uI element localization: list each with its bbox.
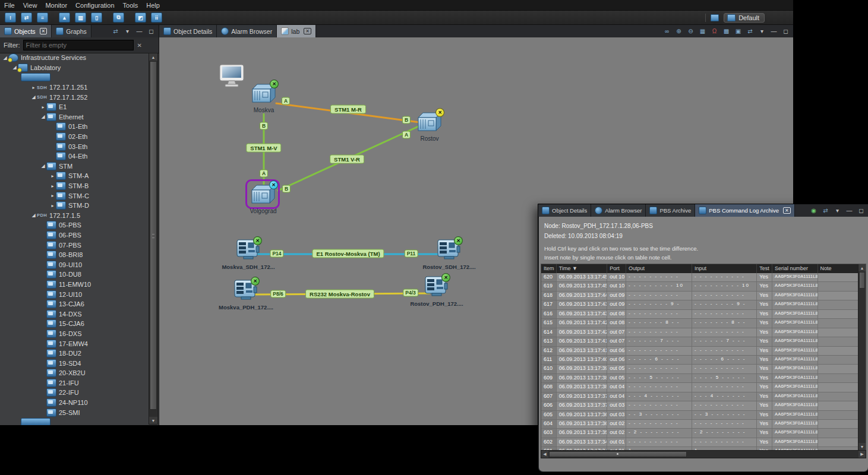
pbs-tab-pbs-archive[interactable]: PBS Archive	[646, 204, 695, 217]
scroll-up-icon[interactable]: ▲	[149, 53, 157, 61]
topology-node-moskva[interactable]: ✕Moskva	[250, 83, 278, 113]
objects-tab-graphs[interactable]: Graphs	[52, 25, 91, 37]
link-label-stm1-m-v[interactable]: STM1 M-V	[246, 144, 281, 153]
table-horizontal-scrollbar[interactable]: ◀ ▶	[541, 450, 866, 458]
h-scrollbar-thumb[interactable]	[549, 451, 687, 457]
close-icon[interactable]: ✕	[304, 28, 311, 34]
cell-note[interactable]	[818, 347, 858, 355]
cell-note[interactable]	[818, 392, 858, 401]
objects-tab-objects[interactable]: Objects✕	[0, 25, 52, 37]
expander-icon[interactable]: ◢	[30, 213, 37, 218]
refresh-icon[interactable]: ⇄	[822, 207, 829, 214]
dropdown-caret-icon[interactable]: ▾	[758, 27, 766, 35]
cell-note[interactable]	[818, 383, 858, 391]
column-header-note[interactable]: Note	[818, 264, 858, 273]
minimize-icon[interactable]: —	[135, 27, 143, 35]
tree-item-18-du2[interactable]: 18-DU2	[0, 349, 149, 359]
tree-item-10-du8[interactable]: 10-DU8	[0, 270, 149, 280]
cell-note[interactable]	[818, 282, 858, 290]
grid-icon[interactable]: ▩	[722, 27, 730, 35]
tree-item-e1[interactable]: ▸E1	[0, 102, 149, 112]
cell-note[interactable]	[818, 374, 858, 382]
cell-note[interactable]	[818, 420, 858, 428]
tree-item-08-bri8[interactable]: 08-BRI8	[0, 250, 149, 260]
column-header-input[interactable]: Input	[692, 264, 757, 273]
menu-item-tools[interactable]: Tools	[119, 0, 143, 10]
document-icon[interactable]: ▯	[91, 12, 102, 23]
tree-item-02-eth[interactable]: 02-Eth	[0, 132, 149, 142]
cell-note[interactable]	[818, 273, 858, 281]
topology-node-moskva_sdh[interactable]: ✕Moskva_SDH_172...	[234, 239, 263, 270]
table-row[interactable]: 61006.09.2013 13:17:39:799out 05- - - - …	[541, 365, 858, 373]
cell-note[interactable]	[818, 365, 858, 373]
column-header-test[interactable]: Test	[757, 264, 772, 273]
table-row[interactable]: 61906.09.2013 13:17:45:171out 10- - - - …	[541, 282, 858, 291]
table-row[interactable]: 60706.09.2013 13:17:37:751out 04- - - 4 …	[541, 392, 858, 401]
tree-item-19-sd4[interactable]: 19-SD4	[0, 358, 149, 368]
tree-item-01-eth[interactable]: 01-Eth	[0, 122, 149, 132]
tree-item-09-ui10[interactable]: 09-UI10	[0, 259, 149, 270]
menu-item-monitor[interactable]: Monitor	[41, 0, 71, 10]
link-label-e1-rostov-moskva-tm[interactable]: E1 Rostov-Moskva (TM)	[312, 249, 384, 258]
table-vertical-scrollbar[interactable]: ▲ ▼	[858, 264, 866, 450]
tree-scrollbar-thumb[interactable]	[150, 61, 157, 410]
table-row[interactable]: 60506.09.2013 13:17:36:521out 03- - 3 - …	[541, 411, 858, 420]
table-row[interactable]: 62006.09.2013 13:17:45:880out 10- - - - …	[541, 273, 858, 282]
table-row[interactable]: 61506.09.2013 13:17:42:692out 08- - - - …	[541, 319, 858, 328]
cell-note[interactable]	[818, 438, 858, 446]
table-row[interactable]: 60406.09.2013 13:17:36:096out 02- - - - …	[541, 420, 858, 429]
tree-item-21-ifu[interactable]: 21-IFU	[0, 378, 149, 388]
table-row[interactable]: 61806.09.2013 13:17:44:744out 09- - - - …	[541, 292, 858, 300]
users-icon[interactable]: ii	[151, 12, 162, 23]
menu-item-view[interactable]: View	[19, 0, 42, 10]
cell-note[interactable]	[818, 328, 858, 337]
cell-note[interactable]	[818, 411, 858, 419]
close-icon[interactable]: ✕	[40, 28, 48, 34]
table-row[interactable]: 61406.09.2013 13:17:42:271out 07- - - - …	[541, 328, 858, 337]
link-label-rs232-moskva-rostov[interactable]: RS232 Moskva-Rostov	[305, 290, 374, 299]
tree-item-stm-d[interactable]: ▸STM-D	[0, 201, 149, 211]
main-tab-alarm-browser[interactable]: Alarm Browser	[217, 25, 277, 37]
dropdown-caret-icon[interactable]: ▾	[834, 207, 841, 214]
maximize-icon[interactable]: ◻	[147, 27, 155, 35]
tree-item-20-xb2u[interactable]: 20-XB2U	[0, 368, 149, 378]
new-perspective-icon[interactable]	[711, 14, 719, 21]
topology-node-rostov_pdh[interactable]: ✕Rostov_PDH_172....	[422, 276, 451, 307]
topology-node-volgograd[interactable]: ✕Volgograd	[249, 183, 277, 214]
refresh-icon[interactable]: ⇄	[112, 27, 119, 35]
expander-icon[interactable]: ▸	[49, 173, 56, 179]
tree-item-11-emw10[interactable]: 11-EMW10	[0, 280, 149, 290]
tree-item-14-dxs[interactable]: 14-DXS	[0, 309, 149, 319]
save-icon[interactable]: ▣	[734, 27, 742, 35]
tree-item-15-cja6[interactable]: 15-CJA6	[0, 319, 149, 329]
column-header-port[interactable]: Port	[607, 264, 626, 273]
table-row[interactable]: 61206.09.2013 13:17:41:039out 06- - - - …	[541, 347, 858, 356]
tree-item-172-17-1-5[interactable]: ◢PDH172.17.1.5	[0, 211, 149, 221]
table-row[interactable]: 60806.09.2013 13:17:38:564out 04- - - - …	[541, 383, 858, 392]
link-icon[interactable]: ∞	[663, 27, 671, 35]
cell-note[interactable]	[818, 319, 858, 327]
close-icon[interactable]: ✕	[783, 207, 791, 214]
scroll-down-icon[interactable]: ▼	[149, 417, 157, 424]
tree-item-17-emw4[interactable]: 17-EMW4	[0, 338, 149, 349]
topology-node-rostov[interactable]: ✕Rostov	[415, 111, 444, 142]
scroll-down-icon[interactable]: ▼	[858, 443, 866, 450]
expander-icon[interactable]: ◢	[40, 163, 46, 169]
expander-icon[interactable]: ▸	[40, 104, 46, 110]
tree-item-24-np110[interactable]: 24-NP110	[0, 398, 149, 408]
picture-icon[interactable]: ◩	[135, 12, 146, 23]
cell-note[interactable]	[818, 401, 858, 410]
image-document-icon[interactable]: ▲	[59, 12, 70, 23]
pbs-tab-pbs-command-log-archive[interactable]: PBS Command Log Archive✕	[695, 204, 794, 217]
tree-item-12-ui10[interactable]: 12-UI10	[0, 289, 149, 299]
table-row[interactable]: 60306.09.2013 13:17:35:283out 02- 2 - - …	[541, 429, 858, 438]
link-label-stm1-v-r[interactable]: STM1 V-R	[330, 155, 364, 164]
tree-item-stm-a[interactable]: ▸STM-A	[0, 171, 149, 181]
menu-item-configuration[interactable]: Configuration	[71, 0, 118, 10]
tree-item-moskva[interactable]: ◢Moskva	[0, 72, 149, 83]
tree-item-04-eth[interactable]: 04-Eth	[0, 151, 149, 162]
column-header-serial-number[interactable]: Serial number	[772, 264, 818, 273]
column-header-output[interactable]: Output	[626, 264, 692, 273]
link-label-stm1-m-r[interactable]: STM1 M-R	[330, 105, 366, 114]
tree-item-03-eth[interactable]: 03-Eth	[0, 141, 149, 151]
